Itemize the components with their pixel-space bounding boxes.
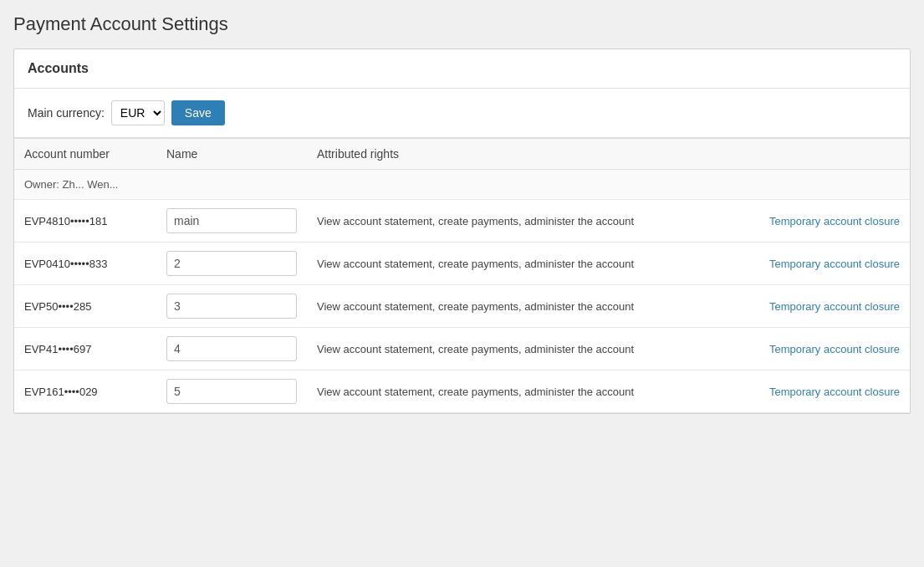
rights-text: View account statement, create payments,… (307, 328, 743, 370)
name-cell (156, 285, 307, 328)
currency-select[interactable]: EUR USD GBP CHF (111, 100, 165, 125)
owner-row: Owner: Zh... Wen... (14, 170, 910, 200)
account-number: EVP4810•••••181 (14, 200, 156, 243)
name-cell (156, 200, 307, 243)
col-header-action (743, 139, 910, 170)
name-cell (156, 328, 307, 370)
page-title: Payment Account Settings (13, 13, 911, 35)
temporary-closure-link[interactable]: Temporary account closure (769, 215, 900, 227)
action-cell: Temporary account closure (743, 328, 910, 370)
table-row: EVP0410•••••833View account statement, c… (14, 243, 910, 285)
currency-label: Main currency: (28, 106, 105, 120)
name-input[interactable] (166, 208, 297, 233)
table-row: EVP41••••697View account statement, crea… (14, 328, 910, 370)
action-cell: Temporary account closure (743, 243, 910, 285)
table-row: EVP4810•••••181View account statement, c… (14, 200, 910, 243)
name-input[interactable] (166, 336, 297, 361)
temporary-closure-link[interactable]: Temporary account closure (769, 343, 900, 355)
col-header-rights: Attributed rights (307, 139, 743, 170)
name-input[interactable] (166, 379, 297, 404)
rights-text: View account statement, create payments,… (307, 243, 743, 285)
action-cell: Temporary account closure (743, 200, 910, 243)
accounts-section-heading: Accounts (14, 49, 910, 89)
rights-text: View account statement, create payments,… (307, 285, 743, 328)
table-row: EVP50••••285View account statement, crea… (14, 285, 910, 328)
action-cell: Temporary account closure (743, 370, 910, 413)
rights-text: View account statement, create payments,… (307, 200, 743, 243)
name-cell (156, 243, 307, 285)
account-number: EVP0410•••••833 (14, 243, 156, 285)
temporary-closure-link[interactable]: Temporary account closure (769, 258, 900, 270)
col-header-account: Account number (14, 139, 156, 170)
account-number: EVP41••••697 (14, 328, 156, 370)
owner-label: Owner: Zh... Wen... (14, 170, 910, 200)
save-button[interactable]: Save (171, 100, 225, 125)
col-header-name: Name (156, 139, 307, 170)
name-input[interactable] (166, 251, 297, 276)
table-row: EVP161••••029View account statement, cre… (14, 370, 910, 413)
action-cell: Temporary account closure (743, 285, 910, 328)
account-number: EVP161••••029 (14, 370, 156, 413)
rights-text: View account statement, create payments,… (307, 370, 743, 413)
accounts-table: Account number Name Attributed rights Ow… (14, 138, 910, 413)
name-cell (156, 370, 307, 413)
temporary-closure-link[interactable]: Temporary account closure (769, 386, 900, 398)
temporary-closure-link[interactable]: Temporary account closure (769, 300, 900, 313)
name-input[interactable] (166, 294, 297, 319)
account-number: EVP50••••285 (14, 285, 156, 328)
